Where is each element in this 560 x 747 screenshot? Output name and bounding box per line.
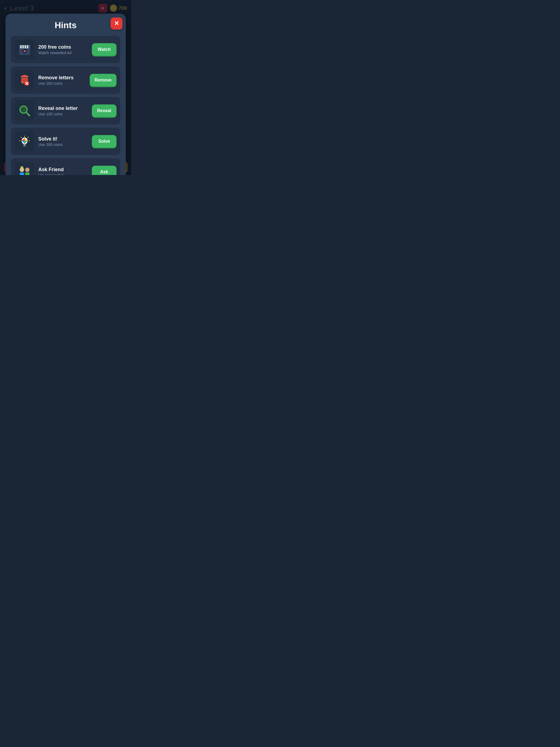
hints-modal: Hints ✕ 200 free coins Wa <box>5 14 126 175</box>
hint-reveal-letter-text: Reveal one letter Use 100 coins <box>38 106 88 116</box>
hint-solve-it-subtitle: Use 300 coins <box>38 143 88 147</box>
trash-icon-box <box>15 70 34 90</box>
svg-point-37 <box>22 167 22 168</box>
hint-ask-friend-text: Ask Friend Via screenshot <box>38 167 88 175</box>
hint-solve-it-text: Solve it! Use 300 coins <box>38 136 88 147</box>
hint-free-coins-title: 200 free coins <box>38 44 88 50</box>
svg-rect-33 <box>25 173 29 175</box>
clapboard-icon <box>18 44 31 55</box>
svg-rect-3 <box>22 45 24 48</box>
trash-icon <box>19 74 31 86</box>
svg-rect-31 <box>20 173 24 175</box>
remove-button[interactable]: Remove <box>90 74 117 86</box>
close-icon: ✕ <box>114 21 119 27</box>
hint-ask-friend-subtitle: Via screenshot <box>38 173 88 175</box>
bulb-icon <box>19 135 31 147</box>
hint-free-coins-text: 200 free coins Watch rewarded Ad <box>38 44 88 55</box>
svg-line-17 <box>26 112 29 115</box>
svg-rect-35 <box>21 169 22 170</box>
magnify-icon <box>19 105 31 117</box>
svg-rect-4 <box>25 45 26 48</box>
hint-card-free-coins: 200 free coins Watch rewarded Ad Watch <box>11 36 120 63</box>
hint-card-remove-letters: Remove letters Use 200 coins Remove <box>11 67 120 94</box>
svg-rect-29 <box>23 146 26 147</box>
hint-ask-friend-title: Ask Friend <box>38 167 88 173</box>
svg-point-34 <box>21 166 23 169</box>
svg-point-36 <box>21 167 22 168</box>
modal-header: Hints ✕ <box>11 20 120 30</box>
friends-icon-box <box>15 162 34 175</box>
svg-rect-2 <box>20 45 22 48</box>
friends-icon <box>18 166 32 175</box>
svg-point-32 <box>25 168 29 172</box>
close-button[interactable]: ✕ <box>110 18 123 29</box>
hint-solve-it-title: Solve it! <box>38 136 88 142</box>
hint-remove-letters-text: Remove letters Use 200 coins <box>38 75 86 85</box>
hint-card-ask-friend: Ask Friend Via screenshot Ask <box>11 158 120 175</box>
solve-button[interactable]: Solve <box>92 135 117 148</box>
svg-line-22 <box>21 137 22 138</box>
hint-card-reveal-letter: Reveal one letter Use 100 coins Reveal <box>11 97 120 124</box>
hint-card-solve-it: Solve it! Use 300 coins Solve <box>11 128 120 155</box>
watch-button[interactable]: Watch <box>92 43 117 56</box>
ask-button[interactable]: Ask <box>92 166 117 175</box>
bulb-icon-box <box>15 131 34 151</box>
svg-rect-12 <box>24 79 25 82</box>
magnify-icon-box <box>15 101 34 121</box>
svg-rect-9 <box>23 75 26 76</box>
svg-rect-5 <box>27 45 28 48</box>
modal-title: Hints <box>55 20 77 30</box>
clapboard-icon-box <box>15 40 34 59</box>
hint-reveal-letter-title: Reveal one letter <box>38 106 88 111</box>
hint-remove-letters-subtitle: Use 200 coins <box>38 81 86 85</box>
hint-reveal-letter-subtitle: Use 100 coins <box>38 112 88 116</box>
svg-rect-11 <box>23 79 24 82</box>
svg-point-20 <box>20 106 27 113</box>
svg-rect-28 <box>24 145 26 146</box>
hint-remove-letters-title: Remove letters <box>38 75 86 81</box>
hint-free-coins-subtitle: Watch rewarded Ad <box>38 51 88 55</box>
reveal-button[interactable]: Reveal <box>92 104 117 117</box>
svg-line-23 <box>28 137 28 138</box>
svg-rect-27 <box>23 144 26 145</box>
